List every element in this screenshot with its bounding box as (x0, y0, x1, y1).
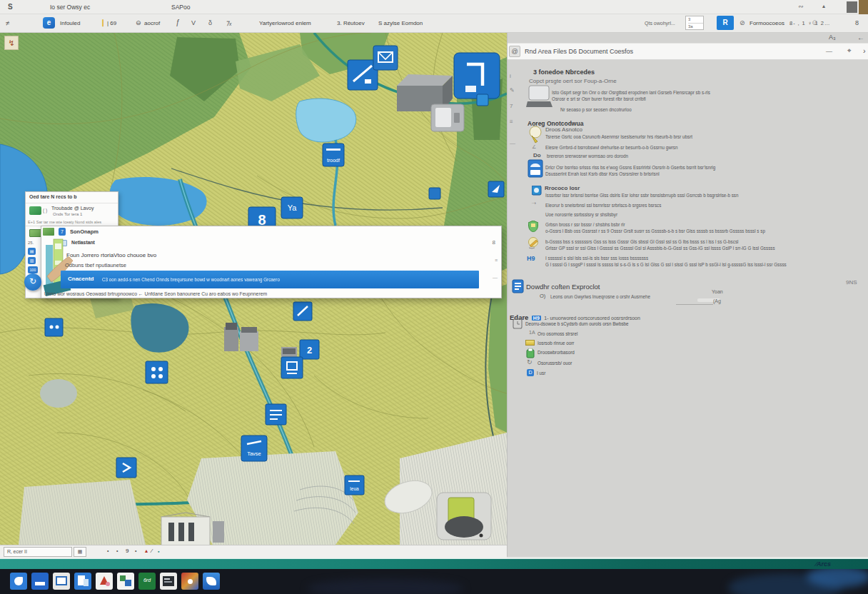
grid-toggle-button[interactable]: ▦ (74, 547, 86, 557)
map-marker-tag[interactable] (477, 94, 488, 106)
toolbar-z-icon[interactable]: ⁊ₓ (226, 19, 232, 26)
taskbar-app-5-icon[interactable] (96, 573, 113, 590)
dialog-close-button[interactable]: 8 (493, 239, 495, 246)
toolbar-circle-icon[interactable]: ⊖ (136, 19, 141, 26)
map-marker-tavse[interactable]: Tavse (241, 436, 267, 461)
ban-circle-icon[interactable]: ⊘ (740, 19, 745, 26)
north-arrow-tool-button[interactable]: ↯ (4, 36, 19, 50)
toolbar-label-3[interactable]: aocrof (144, 20, 160, 26)
dialog-row-netlastant[interactable]: Netlastant (71, 240, 95, 245)
taskbar-app-1-icon[interactable] (10, 573, 27, 590)
taskbar-app-9-icon[interactable] (181, 573, 198, 590)
strip-100-icon[interactable]: 100 (28, 266, 38, 273)
strip-table-icon[interactable]: ▥ (28, 257, 36, 264)
dialog-line-1: Foun Jorrero rtoriaVtoo chouoe bvo (66, 252, 156, 258)
taskbar-app-10-icon[interactable] (203, 573, 220, 590)
toolbar-label-2[interactable]: | 69 (107, 20, 116, 26)
dialog-swatch-icon (43, 228, 54, 236)
map-marker-envelope[interactable] (373, 46, 398, 70)
north-arrow-glyph: ↯ (8, 39, 14, 47)
section-3-line-2: Eleorur b sneisrbnsl ssl bsrnrlssr srbrl… (545, 203, 661, 208)
toolbar-eight-glyph[interactable]: 8 (855, 19, 859, 26)
command-row-4[interactable]: Drooswbrorbasord (538, 350, 575, 355)
minimize-glyph-icon[interactable]: ∾ (798, 3, 804, 10)
h9-line-2: G l ssssl G l ssgsP l ssssl ls sssss lsl… (545, 262, 787, 267)
map-marker-leua[interactable]: leua (345, 475, 364, 495)
toolbar-menu-2[interactable]: 3. Réutoev (337, 20, 365, 26)
window-control-icon[interactable]: ▴ (822, 3, 825, 9)
command-row-2[interactable]: Oro osomoss strsrel (538, 331, 577, 336)
item-3-line-1: Drlcr Osr bsrrlso srlsss rlss bs e'wog G… (545, 165, 715, 170)
map-marker-left[interactable] (45, 318, 63, 336)
next-page-icon[interactable]: › (863, 46, 866, 55)
map-marker-tiny[interactable] (429, 188, 440, 199)
taskbar-app-6-icon[interactable] (117, 573, 134, 590)
toolbar-pipe-icon: ❙ (100, 19, 106, 26)
scale-spinbox[interactable]: 3 3a (685, 16, 704, 30)
taskbar-app-4-icon[interactable] (74, 573, 91, 590)
taskbar-app-7-icon[interactable]: 6rd (138, 573, 156, 590)
item-1-title: Droos Asnotco (545, 126, 582, 133)
dialog-scroll-mark-2[interactable]: — (493, 275, 498, 280)
annotation-tool-icon[interactable]: A₃ (829, 34, 836, 41)
dialog-footer-line: Unno wor wosraus Oeowasd brtrupnoowco ← … (44, 291, 267, 296)
edare-h9-badge[interactable]: H9 (532, 316, 541, 321)
taskbar: 6rd (0, 569, 868, 594)
back-arrow-icon[interactable]: ← (857, 34, 864, 41)
mini-label-top: Yoan (712, 289, 723, 294)
strip-item-25[interactable]: 25. (28, 241, 34, 245)
toolbar-fx-icon[interactable]: ƒ (176, 19, 180, 26)
dialog-scroll-mark-1[interactable]: ≡ (495, 258, 498, 263)
menu-item-1[interactable]: Io ser Owsy ec (50, 4, 90, 11)
toolbar-right-text[interactable]: Formoocoeos (750, 20, 784, 26)
command-row-6[interactable]: I usr (537, 371, 545, 376)
toolbar-label-1[interactable]: Infouled (60, 20, 80, 26)
toolbar-drag-icon[interactable]: ≠ (6, 19, 10, 27)
sns-label: 9NS (846, 279, 857, 286)
taskbar-app-2-icon[interactable] (31, 573, 49, 590)
app-icon-letter: e (47, 19, 51, 26)
minimize-panel-icon[interactable]: — (826, 48, 832, 55)
taskbar-app-3-icon[interactable] (53, 573, 70, 590)
pin-panel-icon[interactable]: ⌖ (847, 46, 852, 55)
dialog-selected-row[interactable]: Cnacentd C3 oon aedd-s nen Chend Onnds b… (61, 271, 479, 288)
map-marker-doc[interactable] (281, 357, 303, 378)
menu-item-2[interactable]: SAPoo (171, 4, 190, 11)
taskbar-app-8-icon[interactable] (160, 573, 177, 590)
map-marker-ya[interactable]: Ya (281, 197, 303, 218)
map-marker-two[interactable]: 2 (300, 340, 319, 359)
command-row-1[interactable]: Deorru-dsowoe b sCydsrb durn ourols orsn… (525, 321, 629, 326)
run-button-letter: R (722, 19, 727, 26)
pencil-line-2: Grlssr GP sssl sr ssl Glss l Gssssl ss G… (545, 246, 775, 251)
h9-link[interactable]: H9 (527, 255, 535, 262)
marker-two-label: 2 (307, 345, 312, 356)
autocomplete-dialog: 7 SonOnapm Netlastant 8 ≡ — Foun Jorrero… (41, 226, 502, 298)
map-marker-grid[interactable] (146, 361, 168, 383)
map-marker-bracket[interactable] (454, 53, 500, 99)
dash-arrow-icon: ⇢ (532, 201, 536, 206)
run-button[interactable]: R (717, 16, 734, 30)
command-row-5[interactable]: Osorussrsb/ ouor (538, 361, 572, 366)
smiley-icon[interactable]: ☺ (811, 18, 819, 26)
map-marker-troodf[interactable]: troodf (323, 144, 344, 166)
app-icon[interactable]: e (43, 17, 55, 29)
toolbar-right-glyphs[interactable]: 8‐ ‚ 1 ♀ 1 2… (789, 20, 830, 26)
desktop-screen: S Io ser Owsy ec SAPoo ∾ ▴ ≠ e Infouled … (0, 0, 868, 594)
pencil-icon (528, 237, 539, 250)
layer-item-title[interactable]: Troubade @ Lavoy (51, 206, 94, 211)
toolbar-menu-1[interactable]: Yartyerlowrod enlem (259, 20, 311, 26)
layer-swatch-icon[interactable] (29, 206, 41, 215)
strip-grid-icon[interactable]: ▤ (28, 248, 36, 255)
map-marker-plane[interactable] (488, 181, 504, 197)
toolbar-v-icon[interactable]: V (191, 19, 196, 26)
map-marker-small-1[interactable] (293, 302, 312, 321)
item-3-line-2: Dsusserlnt Errah lost Ksrb dbsr Ksrs Osr… (545, 171, 660, 176)
export-sub-line: Leons orun Gwyrlws Inueqrosne o orshr Au… (550, 294, 650, 299)
map-marker-chevron[interactable] (116, 458, 136, 478)
command-row-3[interactable]: Iosrsob rlnrue oorr (538, 341, 574, 346)
refresh-fab-button[interactable]: ↻ (24, 273, 41, 291)
map-marker-lines[interactable] (266, 404, 286, 425)
toolbar-menu-3[interactable]: S azylse Eomdon (378, 20, 423, 26)
toolbar-s-icon[interactable]: δ (208, 19, 212, 26)
dialog-row-sononapm[interactable]: SonOnapm (70, 228, 99, 235)
